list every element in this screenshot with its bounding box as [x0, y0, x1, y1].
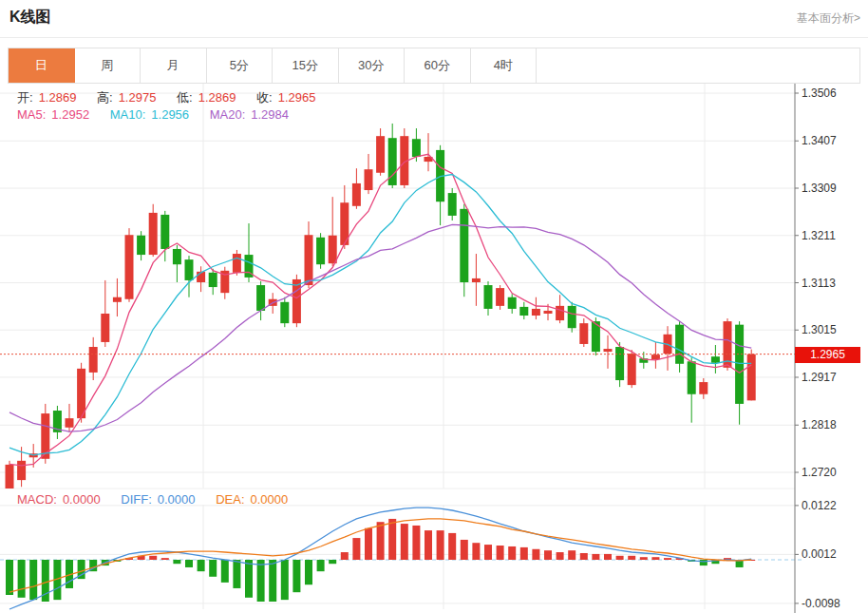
candle[interactable] — [292, 279, 301, 323]
candle[interactable] — [532, 309, 540, 316]
macd-bar[interactable] — [604, 554, 612, 560]
candle[interactable] — [125, 235, 134, 299]
ma-legend: MA5:1.2952 MA10:1.2956 MA20:1.2984 — [17, 107, 294, 122]
candle[interactable] — [233, 254, 241, 273]
candle[interactable] — [579, 323, 588, 344]
macd-bar[interactable] — [29, 560, 37, 600]
macd-bar[interactable] — [377, 522, 385, 560]
candle[interactable] — [448, 193, 457, 216]
candle[interactable] — [460, 209, 468, 282]
candle[interactable] — [365, 169, 373, 190]
macd-bar[interactable] — [161, 558, 169, 560]
macd-bar[interactable] — [305, 560, 312, 584]
macd-bar[interactable] — [292, 560, 300, 592]
macd-bar[interactable] — [281, 560, 289, 600]
macd-bar[interactable] — [173, 560, 180, 564]
candle[interactable] — [256, 285, 265, 311]
macd-bar[interactable] — [269, 560, 276, 602]
macd-bar[interactable] — [532, 549, 539, 560]
macd-bar[interactable] — [412, 526, 420, 560]
candle[interactable] — [173, 249, 181, 264]
candle[interactable] — [6, 465, 14, 488]
macd-bar[interactable] — [425, 530, 432, 560]
candle[interactable] — [113, 297, 122, 302]
candle[interactable] — [137, 236, 145, 255]
candle[interactable] — [89, 347, 98, 373]
candle[interactable] — [615, 347, 624, 380]
macd-bar[interactable] — [700, 560, 708, 565]
macd-bar[interactable] — [352, 538, 360, 560]
macd-bar[interactable] — [616, 556, 624, 560]
macd-bar[interactable] — [472, 543, 480, 560]
candle[interactable] — [747, 354, 756, 401]
macd-bar[interactable] — [520, 547, 528, 560]
candle[interactable] — [305, 235, 313, 285]
candle[interactable] — [376, 136, 385, 173]
macd-bar[interactable] — [18, 560, 26, 598]
macd-bar[interactable] — [651, 557, 659, 560]
candle[interactable] — [604, 349, 613, 352]
close-value: 1.2965 — [278, 90, 316, 105]
candle[interactable] — [412, 139, 421, 157]
macd-bar[interactable] — [341, 552, 349, 560]
diff-label: DIFF: — [121, 492, 152, 507]
candle[interactable] — [280, 302, 289, 323]
candle[interactable] — [675, 325, 684, 364]
macd-bar[interactable] — [497, 546, 504, 560]
candle[interactable] — [209, 273, 217, 287]
candle[interactable] — [628, 354, 636, 385]
candle[interactable] — [484, 285, 493, 309]
candle[interactable] — [149, 213, 158, 255]
macd-bar[interactable] — [401, 524, 408, 560]
macd-bar[interactable] — [628, 556, 635, 560]
candle[interactable] — [329, 236, 337, 263]
macd-bar[interactable] — [580, 553, 588, 560]
macd-bar[interactable] — [233, 560, 240, 588]
macd-bar[interactable] — [592, 554, 599, 560]
macd-bar[interactable] — [317, 560, 325, 571]
candle[interactable] — [711, 356, 720, 363]
macd-bar[interactable] — [149, 556, 157, 560]
candle[interactable] — [496, 288, 504, 306]
macd-bar[interactable] — [544, 550, 552, 560]
macd-bar[interactable] — [664, 558, 671, 560]
candle[interactable] — [556, 306, 564, 320]
candle[interactable] — [185, 259, 194, 280]
candle[interactable] — [352, 183, 361, 206]
macd-bar[interactable] — [185, 560, 193, 567]
candle[interactable] — [508, 297, 517, 309]
candle[interactable] — [544, 311, 553, 314]
macd-bar[interactable] — [437, 530, 444, 560]
candle[interactable] — [472, 278, 481, 282]
candle[interactable] — [688, 361, 696, 394]
macd-bar[interactable] — [257, 560, 265, 602]
macd-bar[interactable] — [568, 550, 576, 560]
candle[interactable] — [519, 307, 528, 316]
macd-bar[interactable] — [6, 560, 13, 595]
candle[interactable] — [316, 238, 325, 264]
macd-bar[interactable] — [329, 560, 336, 564]
macd-bar[interactable] — [221, 560, 229, 583]
candle[interactable] — [101, 314, 109, 342]
macd-bar[interactable] — [245, 560, 253, 598]
macd-label: MACD: — [17, 492, 57, 507]
macd-bar[interactable] — [508, 546, 516, 560]
macd-bar[interactable] — [448, 533, 456, 560]
macd-bar[interactable] — [388, 519, 396, 560]
dea-label: DEA: — [216, 492, 244, 507]
macd-bar[interactable] — [484, 545, 492, 560]
macd-bar[interactable] — [461, 540, 468, 560]
kline-page: K线图 基本面分析> 日周月5分15分30分60分4时 1.35061.3407… — [0, 0, 868, 613]
candle[interactable] — [17, 461, 26, 480]
macd-bar[interactable] — [557, 552, 564, 560]
candle[interactable] — [735, 325, 744, 404]
high-value: 1.2975 — [119, 90, 157, 105]
macd-bar[interactable] — [209, 560, 217, 577]
candle[interactable] — [160, 215, 169, 249]
candle[interactable] — [568, 306, 576, 328]
candle[interactable] — [699, 382, 708, 394]
macd-bar[interactable] — [640, 557, 648, 560]
macd-bar[interactable] — [198, 560, 205, 571]
macd-bar[interactable] — [365, 528, 372, 560]
candle[interactable] — [66, 418, 74, 428]
